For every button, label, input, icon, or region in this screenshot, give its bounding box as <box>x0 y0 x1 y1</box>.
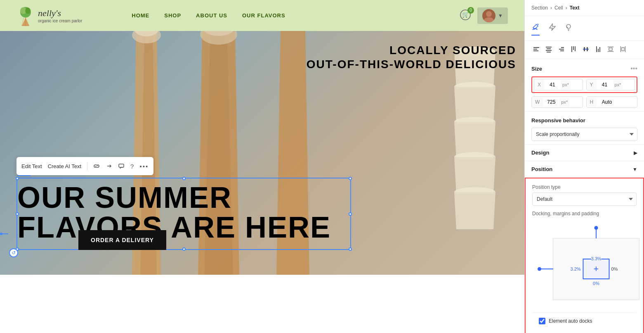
resize-handle-bm[interactable] <box>182 247 186 251</box>
hyperlink-icon-button[interactable] <box>106 163 112 169</box>
rotate-handle[interactable]: ↺ <box>9 248 18 257</box>
logo-icon <box>17 5 35 26</box>
x-unit[interactable]: px* <box>561 80 571 90</box>
svg-rect-37 <box>546 50 552 51</box>
svg-rect-44 <box>575 46 576 51</box>
svg-rect-34 <box>533 50 538 51</box>
nav-home[interactable]: HOME <box>132 12 149 19</box>
svg-rect-30 <box>119 164 124 167</box>
question-icon: ? <box>130 163 134 170</box>
tab-settings[interactable] <box>564 21 573 35</box>
cart-badge: 0 <box>467 7 474 14</box>
breadcrumb-sep-2: › <box>566 5 567 11</box>
svg-rect-33 <box>533 49 537 50</box>
resize-handle-mr[interactable] <box>349 212 352 216</box>
y-unit[interactable]: px* <box>613 80 623 90</box>
align-bottom-button[interactable] <box>593 44 603 55</box>
user-avatar-button[interactable]: ▼ <box>477 7 508 24</box>
size-section-header: Size ••• <box>531 65 637 72</box>
w-input[interactable] <box>543 97 559 107</box>
hyperlink-icon <box>106 163 112 169</box>
svg-rect-32 <box>533 47 539 48</box>
auto-docks-checkbox[interactable] <box>539 318 545 324</box>
canvas-area: nelly's organic ice cream parlor HOME SH… <box>0 0 524 333</box>
position-type-select[interactable]: Default Fixed Absolute <box>532 193 637 206</box>
docking-diagram-wrapper: + 3.3% 0% 3.2% 0% <box>532 221 637 312</box>
docking-line-top <box>596 229 597 238</box>
align-top-button[interactable] <box>569 44 578 55</box>
align-right-button[interactable] <box>556 44 566 55</box>
docking-right-value: 0% <box>611 266 618 271</box>
resize-handle-tl[interactable] <box>16 177 19 180</box>
ellipsis-icon: ••• <box>139 163 149 170</box>
comment-icon <box>118 163 125 169</box>
docking-bottom-value: 0% <box>593 281 599 286</box>
docking-plus-icon: + <box>594 264 599 274</box>
text-element[interactable]: Text OUR SUMMER FLAVORS ARE HERE ↺ <box>17 178 351 250</box>
svg-rect-46 <box>584 47 585 51</box>
distribute-h-icon <box>620 46 626 52</box>
nav-shop[interactable]: SHOP <box>164 12 181 19</box>
chain-icon <box>93 163 100 169</box>
panel-scroll: Size ••• X px* Y px* <box>525 59 644 333</box>
w-unit[interactable]: px* <box>559 97 569 107</box>
resize-handle-tm[interactable] <box>182 177 186 180</box>
resize-handle-br[interactable] <box>349 247 352 251</box>
align-middle-v-button[interactable] <box>581 44 591 55</box>
logo-text: nelly's organic ice cream parlor <box>38 8 82 23</box>
size-more-button[interactable]: ••• <box>630 65 637 72</box>
svg-rect-49 <box>598 49 599 52</box>
paint-brush-icon <box>531 23 540 31</box>
align-center-h-button[interactable] <box>544 44 554 55</box>
link-icon-button[interactable] <box>93 163 100 169</box>
tab-design[interactable] <box>531 21 540 36</box>
position-collapsible[interactable]: Position ▼ <box>525 161 644 178</box>
edit-text-button[interactable]: Edit Text <box>21 163 42 169</box>
breadcrumb-section[interactable]: Section <box>531 5 548 11</box>
y-input[interactable] <box>597 79 613 90</box>
h-input[interactable] <box>597 97 617 107</box>
align-center-h-icon <box>545 46 552 52</box>
more-options-button[interactable]: ••• <box>139 163 149 170</box>
svg-rect-38 <box>547 52 551 52</box>
svg-point-31 <box>566 24 571 29</box>
nav-flavors[interactable]: OUR FLAVORS <box>242 12 285 19</box>
svg-rect-47 <box>587 47 588 51</box>
align-middle-icon <box>583 46 589 52</box>
nav-right: 🛒 0 ▼ <box>460 7 508 24</box>
comment-icon-button[interactable] <box>118 163 125 169</box>
svg-rect-40 <box>559 49 564 50</box>
docking-title: Docking, margins and padding <box>532 211 637 216</box>
h-label: H <box>587 97 597 107</box>
right-panel: Section › Cell › Text <box>524 0 644 333</box>
left-edge-indicator <box>0 233 8 234</box>
breadcrumb: Section › Cell › Text <box>525 0 644 16</box>
nav-about[interactable]: ABOUT US <box>196 12 227 19</box>
align-left-icon <box>533 46 540 52</box>
order-delivery-button[interactable]: ORDER A DELIVERY <box>78 230 166 250</box>
distribute-v-icon <box>607 46 614 52</box>
cart-icon-wrap[interactable]: 🛒 0 <box>460 10 471 22</box>
distribute-h-button[interactable] <box>618 44 628 55</box>
bolt-icon <box>548 23 556 31</box>
design-collapsible[interactable]: Design ▶ <box>525 145 644 161</box>
position-title: Position <box>531 166 552 172</box>
responsive-select[interactable]: Scale proportionally Fixed size Stretch … <box>531 128 637 141</box>
create-ai-text-button[interactable]: Create AI Text <box>48 163 81 169</box>
resize-handle-tr[interactable] <box>349 177 352 180</box>
tab-interactions[interactable] <box>548 21 556 35</box>
y-input-group: Y px* <box>586 79 635 90</box>
svg-point-2 <box>25 7 31 14</box>
design-arrow: ▶ <box>634 150 637 156</box>
breadcrumb-cell[interactable]: Cell <box>554 5 563 11</box>
panel-tabs <box>525 16 644 41</box>
align-left-button[interactable] <box>531 44 541 55</box>
resize-handle-ml[interactable] <box>16 212 19 216</box>
x-input[interactable] <box>544 79 561 90</box>
svg-rect-55 <box>625 46 625 52</box>
help-icon-button[interactable]: ? <box>130 163 134 170</box>
svg-rect-48 <box>596 46 597 52</box>
distribute-v-button[interactable] <box>606 44 616 55</box>
svg-rect-42 <box>571 46 572 52</box>
svg-rect-43 <box>573 46 574 50</box>
